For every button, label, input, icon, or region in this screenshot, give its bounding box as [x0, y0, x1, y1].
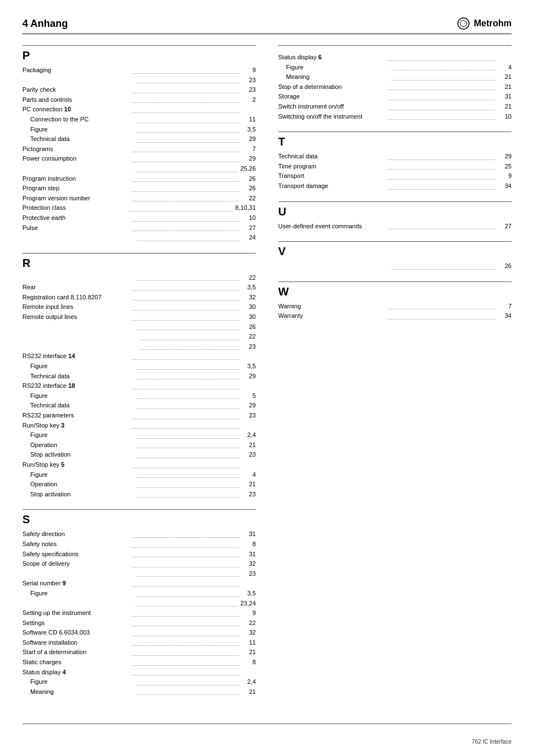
list-item: Protective earth 10 — [22, 213, 256, 223]
list-item: Parity check 23 — [22, 85, 256, 95]
list-item: PC connection 10 — [22, 105, 256, 115]
list-item: Settings 22 — [22, 618, 256, 628]
list-item: 25,26 — [22, 164, 256, 174]
list-item: Stop of a determination 21 — [278, 82, 512, 92]
right-column: Status display 6 Figure 4 Meaning 21 Sto… — [278, 45, 512, 707]
list-item: Figure 4 — [278, 63, 512, 73]
chapter-title: 4 Anhang — [22, 18, 68, 30]
list-item: Pictograms 7 — [22, 144, 256, 154]
list-item: 23,24 — [22, 599, 256, 609]
list-item: Static charges 8 — [22, 658, 256, 668]
section-letter-v: V — [278, 245, 512, 258]
footer-product: 762 IC Interface — [472, 739, 512, 745]
list-item: Figure 5 — [22, 391, 256, 401]
list-item: Warning 7 — [278, 302, 512, 312]
logo-text: Metrohm — [474, 18, 512, 29]
list-item: Figure 2,4 — [22, 677, 256, 687]
list-item: Protection class 8,10,31 — [22, 203, 256, 213]
list-item: Technical data 29 — [278, 152, 512, 162]
list-item: Power consumption 29 — [22, 154, 256, 164]
list-item: Technical data 29 — [22, 134, 256, 144]
list-item: Packaging 9 — [22, 65, 256, 76]
list-item: Figure 4 — [22, 470, 256, 480]
list-item: 26 — [22, 322, 256, 332]
list-item: Safety specifications 31 — [22, 550, 256, 560]
svg-point-0 — [458, 18, 469, 29]
section-letter-p: P — [22, 49, 256, 62]
list-item: Parts and controls 2 — [22, 95, 256, 105]
list-item: Figure 3,5 — [22, 589, 256, 599]
list-item: 26 — [278, 261, 512, 271]
list-item: Run/Stop key 5 — [22, 460, 256, 470]
list-item: Program version number 22 — [22, 194, 256, 204]
section-w: W Warning 7 Warranty 34 — [278, 281, 512, 321]
list-item: Stop activation 23 — [22, 490, 256, 500]
list-item: Registration card 8.110.8207 32 — [22, 293, 256, 303]
list-item: 22 — [22, 273, 256, 283]
list-item: Meaning 21 — [278, 72, 512, 82]
section-p: P Packaging 9 23 Parity check 23 Parts a… — [22, 45, 256, 243]
section-v: V 26 — [278, 241, 512, 271]
list-item: Transport 9 — [278, 171, 512, 181]
list-item: Operation 21 — [22, 440, 256, 450]
page-header: 4 Anhang Metrohm — [22, 17, 512, 34]
list-item: Operation 21 — [22, 480, 256, 490]
list-item: 23 — [22, 76, 256, 86]
list-item: 22 — [22, 332, 256, 342]
list-item: Meaning 21 — [22, 687, 256, 697]
section-s-continued: Status display 6 Figure 4 Meaning 21 Sto… — [278, 45, 512, 121]
list-item: Stop activation 23 — [22, 450, 256, 460]
list-item: Software CD 6.6034.003 32 — [22, 628, 256, 638]
list-item: Storage 31 — [278, 92, 512, 102]
list-item: 24 — [22, 233, 256, 243]
list-item: Remote output lines 30 — [22, 312, 256, 322]
list-item: Warranty 34 — [278, 311, 512, 321]
section-r: R 22 Rear 3,5 Registration card 8.110.82… — [22, 253, 256, 500]
list-item: Status display 4 — [22, 668, 256, 678]
list-item: Rear 3,5 — [22, 283, 256, 293]
list-item: RS232 parameters 23 — [22, 411, 256, 421]
list-item: 23 — [22, 569, 256, 579]
list-item: Pulse 27 — [22, 223, 256, 233]
section-letter-r: R — [22, 257, 256, 270]
list-item: Run/Stop key 3 — [22, 421, 256, 431]
list-item: 23 — [22, 342, 256, 352]
list-item: Figure 2,4 — [22, 430, 256, 440]
list-item: RS232 interface 18 — [22, 381, 256, 391]
list-item: Software installation 11 — [22, 638, 256, 648]
list-item: Transport damage 34 — [278, 181, 512, 191]
list-item: Status display 6 — [278, 53, 512, 63]
list-item: Time program 25 — [278, 162, 512, 172]
list-item: Switching on/off the instrument 10 — [278, 112, 512, 122]
section-s: S Safety direction 31 Safety notes 8 Saf… — [22, 509, 256, 697]
list-item: Technical data 29 — [22, 372, 256, 382]
list-item: Connection to the PC 11 — [22, 115, 256, 125]
list-item: Safety direction 31 — [22, 529, 256, 539]
list-item: Switch instrument on/off 21 — [278, 102, 512, 112]
list-item: Technical data 29 — [22, 401, 256, 411]
list-item: Program step 26 — [22, 184, 256, 194]
section-letter-u: U — [278, 205, 512, 218]
logo: Metrohm — [457, 17, 512, 30]
logo-icon — [457, 17, 470, 30]
section-letter-w: W — [278, 285, 512, 298]
list-item: Figure 3,5 — [22, 361, 256, 372]
section-letter-t: T — [278, 135, 512, 148]
list-item: Figure 3,5 — [22, 125, 256, 135]
section-t: T Technical data 29 Time program 25 Tran… — [278, 132, 512, 191]
list-item: Program instruction 26 — [22, 174, 256, 184]
list-item: Safety notes 8 — [22, 539, 256, 550]
list-item: Scope of delivery 32 — [22, 559, 256, 569]
list-item: RS232 interface 14 — [22, 351, 256, 361]
list-item: Remote input lines 30 — [22, 302, 256, 312]
list-item: User-defined event commands 27 — [278, 222, 512, 232]
left-column: P Packaging 9 23 Parity check 23 Parts a… — [22, 45, 256, 707]
section-letter-s: S — [22, 513, 256, 526]
list-item: Setting up the instrument 9 — [22, 608, 256, 618]
section-u: U User-defined event commands 27 — [278, 201, 512, 232]
list-item: Serial number 9 — [22, 579, 256, 589]
list-item: Start of a determination 21 — [22, 647, 256, 658]
